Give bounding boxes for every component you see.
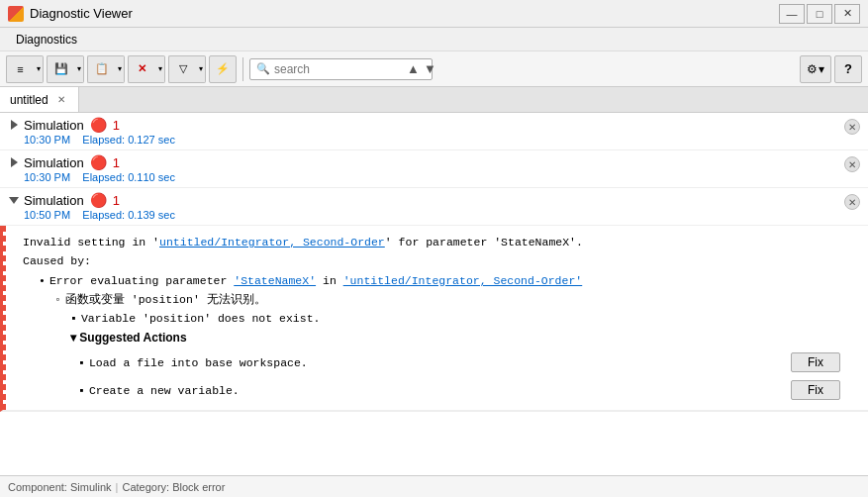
error-bullet-3: ▪ Variable 'position' does not exist. bbox=[70, 310, 860, 327]
expand-icon-1 bbox=[11, 120, 18, 130]
action-text-1: ▪ Load a file into base workspace. bbox=[78, 356, 308, 369]
sim-meta-1: 10:30 PM Elapsed: 0.127 sec bbox=[24, 134, 844, 146]
filter-icon: ▽ bbox=[179, 62, 187, 75]
menu-bar: Diagnostics bbox=[0, 28, 868, 51]
dismiss-button-2[interactable]: ✕ bbox=[844, 156, 860, 172]
error-line-2: Caused by: bbox=[23, 252, 860, 269]
save-icon: 💾 bbox=[54, 62, 68, 75]
window-controls: — □ ✕ bbox=[779, 4, 860, 24]
sim-header-3: Simulation 🔴 1 bbox=[24, 192, 844, 208]
bullet-sym-2: ◦ bbox=[54, 291, 61, 308]
sim-header-1: Simulation 🔴 1 bbox=[24, 117, 844, 133]
search-up-button[interactable]: ▲ bbox=[407, 58, 420, 80]
simulation-row-1[interactable]: Simulation 🔴 1 10:30 PM Elapsed: 0.127 s… bbox=[0, 113, 868, 150]
fix-button-2[interactable]: Fix bbox=[791, 380, 840, 400]
expand-icon-2 bbox=[11, 157, 18, 167]
copy-button[interactable]: 📋 bbox=[87, 55, 115, 83]
delete-button[interactable]: ✕ bbox=[128, 55, 155, 83]
error-details: Invalid setting in 'untitled/Integrator,… bbox=[0, 226, 868, 412]
tab-close-button[interactable]: ✕ bbox=[54, 93, 68, 107]
expand-button-3[interactable] bbox=[8, 194, 20, 206]
search-input[interactable] bbox=[274, 62, 403, 76]
simulation-row-3[interactable]: Simulation 🔴 1 10:50 PM Elapsed: 0.139 s… bbox=[0, 188, 868, 226]
expand-button-2[interactable] bbox=[8, 156, 20, 168]
copy-btn-group: 📋 ▾ bbox=[87, 55, 125, 83]
tab-label: untitled bbox=[10, 93, 48, 107]
settings-button[interactable]: ⚙ ▾ bbox=[800, 55, 831, 83]
view-icon: ≡ bbox=[17, 63, 23, 75]
settings-icon: ⚙ bbox=[807, 62, 818, 76]
sim-elapsed-1: Elapsed: 0.127 sec bbox=[82, 134, 175, 146]
close-button[interactable]: ✕ bbox=[834, 4, 860, 24]
delete-dropdown[interactable]: ▾ bbox=[155, 55, 165, 83]
sim-error-icon-2: 🔴 bbox=[90, 154, 107, 170]
sim-title-3: Simulation bbox=[24, 193, 84, 208]
search-icon: 🔍 bbox=[256, 62, 270, 75]
component-value: Simulink bbox=[70, 481, 112, 493]
sim-title-1: Simulation bbox=[24, 118, 84, 133]
sim-time-1: 10:30 PM bbox=[24, 134, 70, 146]
error-bullet-1: • Error evaluating parameter 'StateNameX… bbox=[39, 272, 860, 289]
action-bullet-1: ▪ bbox=[78, 356, 85, 369]
help-icon: ? bbox=[844, 61, 852, 76]
help-button[interactable]: ? bbox=[834, 55, 862, 83]
expand-button-1[interactable] bbox=[8, 119, 20, 131]
bullet-sym-1: • bbox=[39, 272, 46, 289]
copy-icon: 📋 bbox=[95, 62, 109, 75]
minimize-button[interactable]: — bbox=[779, 4, 805, 24]
search-box: 🔍 ▲ ▼ bbox=[249, 58, 433, 80]
view-button[interactable]: ≡ bbox=[6, 55, 34, 83]
save-button[interactable]: 💾 bbox=[47, 55, 74, 83]
filter-dropdown[interactable]: ▾ bbox=[196, 55, 206, 83]
dismiss-button-3[interactable]: ✕ bbox=[844, 194, 860, 210]
sim-count-3: 1 bbox=[113, 193, 120, 208]
view-dropdown[interactable]: ▾ bbox=[34, 55, 44, 83]
component-label: Component: bbox=[8, 481, 67, 493]
sim-count-1: 1 bbox=[113, 118, 120, 133]
package-icon: ⚡ bbox=[216, 62, 230, 75]
sim-header-2: Simulation 🔴 1 bbox=[24, 154, 844, 170]
error-link-1[interactable]: untitled/Integrator, Second-Order bbox=[159, 236, 385, 248]
simulation-row-2[interactable]: Simulation 🔴 1 10:30 PM Elapsed: 0.110 s… bbox=[0, 150, 868, 188]
error-link-2[interactable]: 'StateNameX' bbox=[234, 274, 316, 287]
copy-dropdown[interactable]: ▾ bbox=[115, 55, 125, 83]
sim-content-1: Simulation 🔴 1 10:30 PM Elapsed: 0.127 s… bbox=[24, 117, 844, 146]
status-bar: Component: Simulink | Category: Block er… bbox=[0, 475, 868, 497]
content-area: Simulation 🔴 1 10:30 PM Elapsed: 0.127 s… bbox=[0, 113, 868, 497]
settings-dropdown-arrow: ▾ bbox=[819, 62, 824, 76]
tab-untitled[interactable]: untitled ✕ bbox=[0, 87, 79, 112]
status-separator: | bbox=[116, 481, 119, 493]
suggested-actions-header: ▾ Suggested Actions bbox=[70, 329, 860, 347]
action-text-2: ▪ Create a new variable. bbox=[78, 384, 240, 397]
maximize-button[interactable]: □ bbox=[807, 4, 832, 24]
sim-count-2: 1 bbox=[113, 155, 120, 170]
sim-error-icon-1: 🔴 bbox=[90, 117, 107, 133]
package-button[interactable]: ⚡ bbox=[209, 55, 237, 83]
action-row-1: ▪ Load a file into base workspace. Fix bbox=[78, 348, 860, 376]
bullet-sym-3: ▪ bbox=[70, 310, 77, 327]
expand-icon-3 bbox=[9, 197, 19, 204]
fix-button-1[interactable]: Fix bbox=[791, 352, 840, 372]
sim-content-3: Simulation 🔴 1 10:50 PM Elapsed: 0.139 s… bbox=[24, 192, 844, 221]
sim-error-icon-3: 🔴 bbox=[90, 192, 107, 208]
category-label: Category: bbox=[122, 481, 169, 493]
tab-bar: untitled ✕ bbox=[0, 87, 868, 113]
title-bar: Diagnostic Viewer — □ ✕ bbox=[0, 0, 868, 28]
menu-diagnostics[interactable]: Diagnostics bbox=[8, 31, 85, 49]
filter-button[interactable]: ▽ bbox=[168, 55, 196, 83]
save-dropdown[interactable]: ▾ bbox=[74, 55, 84, 83]
app-icon bbox=[8, 6, 24, 22]
sim-time-2: 10:30 PM bbox=[24, 171, 70, 183]
scroll-area[interactable]: Simulation 🔴 1 10:30 PM Elapsed: 0.127 s… bbox=[0, 113, 868, 497]
sim-elapsed-3: Elapsed: 0.139 sec bbox=[82, 209, 175, 221]
error-line-1: Invalid setting in 'untitled/Integrator,… bbox=[23, 234, 860, 250]
sim-meta-3: 10:50 PM Elapsed: 0.139 sec bbox=[24, 209, 844, 221]
sim-content-2: Simulation 🔴 1 10:30 PM Elapsed: 0.110 s… bbox=[24, 154, 844, 183]
error-link-3[interactable]: 'untitled/Integrator, Second-Order' bbox=[343, 274, 583, 287]
error-bullet-2: ◦ 函数或变量 'position' 无法识别。 bbox=[54, 291, 860, 308]
delete-icon: ✕ bbox=[138, 62, 146, 75]
toolbar: ≡ ▾ 💾 ▾ 📋 ▾ ✕ ▾ ▽ ▾ ⚡ 🔍 ▲ ▼ bbox=[0, 51, 868, 87]
view-btn-group: ≡ ▾ bbox=[6, 55, 44, 83]
search-down-button[interactable]: ▼ bbox=[424, 58, 436, 80]
dismiss-button-1[interactable]: ✕ bbox=[844, 119, 860, 135]
